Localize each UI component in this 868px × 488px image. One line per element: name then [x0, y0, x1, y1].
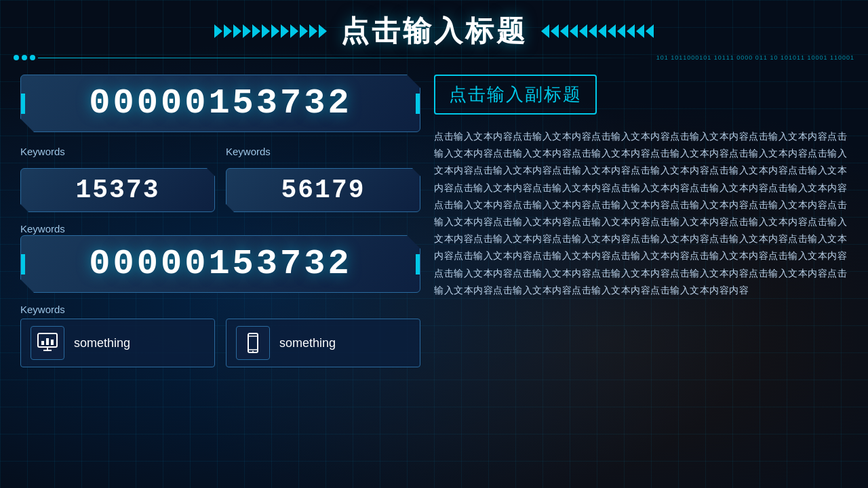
chevron-icon	[551, 24, 559, 38]
binary-text: 101 1011000101 10111 0000 011 10 101011 …	[656, 54, 854, 61]
chevron-icon	[617, 24, 625, 38]
chevrons-right	[541, 24, 654, 38]
keywords-label-3: Keywords	[20, 223, 65, 235]
mobile-phone-icon	[242, 332, 264, 354]
icon-box-2[interactable]: something	[226, 319, 420, 367]
chevron-icon	[636, 24, 644, 38]
svg-rect-4	[46, 338, 49, 345]
chevron-icon	[252, 24, 260, 38]
number-value-1: 00000153732	[35, 83, 406, 123]
dot-icon	[14, 55, 19, 60]
chevron-icon	[300, 24, 308, 38]
chevron-icon	[271, 24, 279, 38]
chevron-icon	[290, 24, 298, 38]
number-display-1[interactable]: 00000153732	[20, 75, 420, 132]
keywords-label-2: Keywords	[226, 146, 420, 157]
svg-rect-5	[51, 340, 54, 345]
chevron-icon	[541, 24, 549, 38]
icon-label-1: something	[74, 336, 130, 350]
dot-icon	[22, 55, 27, 60]
number-value-2: 00000153732	[35, 244, 406, 284]
chevron-icon	[598, 24, 606, 38]
chevron-icon	[560, 24, 568, 38]
svg-rect-3	[41, 341, 44, 345]
chart-icon-wrapper	[31, 326, 64, 360]
chevron-icon	[281, 24, 289, 38]
right-panel: 点击输入副标题 点击输入文本内容点击输入文本内容点击输入文本内容点击输入文本内容…	[434, 75, 848, 468]
chevron-icon	[214, 24, 222, 38]
page-title[interactable]: 点击输入标题	[340, 12, 528, 50]
bar-chart-icon	[37, 332, 58, 354]
chevron-icon	[243, 24, 251, 38]
chevron-icon	[570, 24, 578, 38]
small-number-box-2[interactable]: 56179	[226, 168, 420, 212]
chevron-icon	[319, 24, 327, 38]
keywords-label-4: Keywords	[20, 304, 65, 315]
chevron-icon	[224, 24, 232, 38]
decoration-line	[38, 58, 654, 58]
chevron-icon	[309, 24, 317, 38]
header-decoration: 101 1011000101 10111 0000 011 10 101011 …	[0, 50, 868, 61]
header: 点击输入标题	[0, 0, 868, 50]
two-numbers-row: 15373 56179	[20, 168, 420, 212]
small-number-value-2: 56179	[237, 176, 409, 205]
chevron-icon	[589, 24, 597, 38]
chevron-icon	[262, 24, 270, 38]
body-text[interactable]: 点击输入文本内容点击输入文本内容点击输入文本内容点击输入文本内容点击输入文本内容…	[434, 128, 848, 299]
chevron-icon	[646, 24, 654, 38]
left-panel: 00000153732 Keywords Keywords 15373 5617…	[20, 75, 420, 468]
number-display-2[interactable]: 00000153732	[20, 235, 420, 293]
chevron-icon	[233, 24, 241, 38]
main-content: 00000153732 Keywords Keywords 15373 5617…	[0, 61, 868, 474]
dot-icon	[30, 55, 35, 60]
subtitle-text: 点击输入副标题	[449, 84, 582, 104]
svg-point-9	[252, 351, 254, 352]
chevron-icon	[627, 24, 635, 38]
icon-label-2: something	[279, 336, 336, 350]
icon-boxes-row: something something	[20, 319, 420, 367]
chevrons-left	[214, 24, 327, 38]
phone-icon-wrapper	[236, 326, 270, 360]
chevron-icon	[579, 24, 587, 38]
icon-box-1[interactable]: something	[20, 319, 215, 367]
keywords-row-1: Keywords Keywords	[20, 143, 420, 163]
small-number-box-1[interactable]: 15373	[20, 168, 215, 212]
small-number-value-1: 15373	[32, 176, 203, 205]
chevron-icon	[608, 24, 616, 38]
subtitle-box[interactable]: 点击输入副标题	[434, 75, 597, 115]
keywords-label-1: Keywords	[20, 146, 215, 157]
